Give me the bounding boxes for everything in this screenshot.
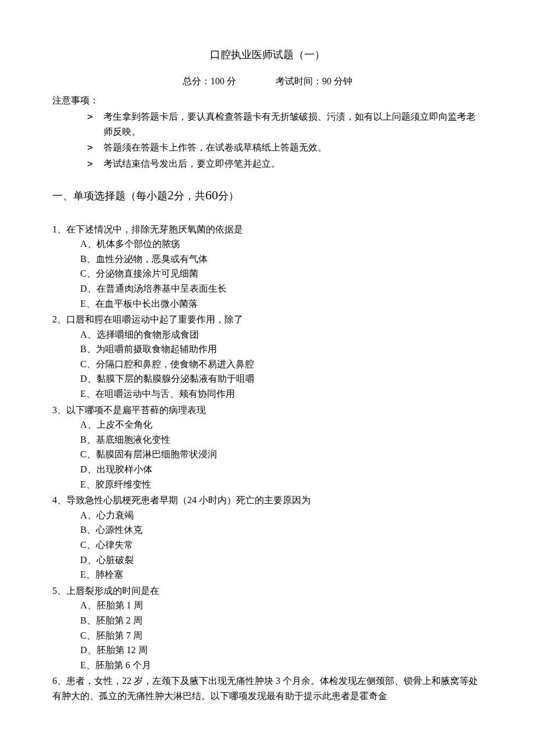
option-item: B、为咀嚼前摄取食物起辅助作用	[80, 342, 483, 357]
options-list: A、心力衰竭 B、心源性休克 C、心律失常 D、心脏破裂 E、肺栓塞	[80, 508, 483, 582]
question-stem: 3、以下哪项不是扁平苔藓的病理表现	[52, 403, 483, 418]
option-item: A、上皮不全角化	[80, 417, 483, 432]
option-item: C、黏膜固有层淋巴细胞带状浸润	[80, 447, 483, 462]
question-stem: 5、上唇裂形成的时间是在	[52, 583, 483, 599]
question: 2、口唇和腭在咀嚼运动中起了重要作用，除了 A、选择嚼细的食物形成食团 B、为咀…	[52, 312, 483, 402]
question-stem: 1、在下述情况中，排除无芽胞厌氧菌的依据是	[52, 222, 483, 237]
option-item: D、心脏破裂	[80, 553, 483, 568]
option-item: E、在血平板中长出微小菌落	[80, 296, 483, 311]
instructions-list: 考生拿到答题卡后，要认真检查答题卡有无折皱破损、污渍，如有以上问题须立即向监考老…	[87, 109, 483, 171]
option-item: C、分隔口腔和鼻腔，使食物不易进入鼻腔	[80, 357, 483, 372]
question: 5、上唇裂形成的时间是在 A、胚胎第 1 周 B、胚胎第 2 周 C、胚胎第 7…	[52, 583, 483, 673]
option-item: E、在咀嚼运动中与舌、颊有协同作用	[80, 386, 483, 402]
instruction-item: 考试结束信号发出后，要立即停笔并起立。	[87, 156, 483, 171]
total-score-value: 100 分	[211, 76, 236, 86]
option-item: C、心律失常	[80, 538, 483, 553]
section-heading: 一、单项选择题（每小题2分，共60分）	[52, 185, 483, 205]
option-item: C、胚胎第 7 周	[80, 628, 483, 643]
option-item: E、胚胎第 6 个月	[80, 658, 483, 673]
exam-meta: 总分：100 分 考试时间：90 分钟	[52, 74, 483, 89]
question-stem: 4、导致急性心肌梗死患者早期（24 小时内）死亡的主要原因为	[52, 493, 483, 508]
section-points: 2	[167, 188, 174, 202]
total-score-label: 总分：	[183, 76, 211, 86]
section-prefix: 一、单项选择题（每小题	[52, 190, 167, 202]
option-item: D、胚胎第 12 周	[80, 643, 483, 658]
options-list: A、机体多个部位的脓疡 B、血性分泌物，恶臭或有气体 C、分泌物直接涂片可见细菌…	[80, 237, 483, 311]
option-item: E、胶原纤维变性	[80, 477, 483, 492]
question: 6、患者，女性，22 岁，左颈下及腋下出现无痛性肿块 3 个月余。体检发现左侧颈…	[52, 673, 483, 703]
exam-title: 口腔执业医师试题（一）	[52, 46, 483, 63]
question: 3、以下哪项不是扁平苔藓的病理表现 A、上皮不全角化 B、基底细胞液化变性 C、…	[52, 403, 483, 492]
question: 4、导致急性心肌梗死患者早期（24 小时内）死亡的主要原因为 A、心力衰竭 B、…	[52, 493, 483, 582]
section-total: 60	[205, 188, 218, 202]
option-item: A、胚胎第 1 周	[80, 598, 483, 613]
option-item: D、黏膜下层的黏膜腺分泌黏液有助于咀嚼	[80, 371, 483, 386]
notice-label: 注意事项：	[52, 93, 483, 108]
time-value: 90 分钟	[322, 76, 352, 86]
question: 1、在下述情况中，排除无芽胞厌氧菌的依据是 A、机体多个部位的脓疡 B、血性分泌…	[52, 222, 483, 311]
option-item: B、基底细胞液化变性	[80, 432, 483, 447]
option-item: D、出现胶样小体	[80, 462, 483, 477]
question-stem: 6、患者，女性，22 岁，左颈下及腋下出现无痛性肿块 3 个月余。体检发现左侧颈…	[52, 673, 483, 703]
section-mid: 分，共	[174, 190, 205, 202]
time-label: 考试时间：	[276, 76, 322, 86]
option-item: E、肺栓塞	[80, 567, 483, 582]
option-item: A、心力衰竭	[80, 508, 483, 523]
section-suffix: 分）	[218, 190, 239, 202]
option-item: B、血性分泌物，恶臭或有气体	[80, 252, 483, 267]
instruction-item: 考生拿到答题卡后，要认真检查答题卡有无折皱破损、污渍，如有以上问题须立即向监考老…	[87, 109, 483, 139]
option-item: D、在普通肉汤培养基中呈表面生长	[80, 281, 483, 296]
option-item: C、分泌物直接涂片可见细菌	[80, 266, 483, 281]
options-list: A、胚胎第 1 周 B、胚胎第 2 周 C、胚胎第 7 周 D、胚胎第 12 周…	[80, 598, 483, 672]
option-item: B、心源性休克	[80, 522, 483, 538]
option-item: B、胚胎第 2 周	[80, 613, 483, 628]
instruction-item: 答题须在答题卡上作答，在试卷或草稿纸上答题无效。	[87, 140, 483, 155]
option-item: A、选择嚼细的食物形成食团	[80, 327, 483, 342]
options-list: A、选择嚼细的食物形成食团 B、为咀嚼前摄取食物起辅助作用 C、分隔口腔和鼻腔，…	[80, 327, 483, 402]
options-list: A、上皮不全角化 B、基底细胞液化变性 C、黏膜固有层淋巴细胞带状浸润 D、出现…	[80, 417, 483, 492]
question-stem: 2、口唇和腭在咀嚼运动中起了重要作用，除了	[52, 312, 483, 327]
option-item: A、机体多个部位的脓疡	[80, 237, 483, 252]
